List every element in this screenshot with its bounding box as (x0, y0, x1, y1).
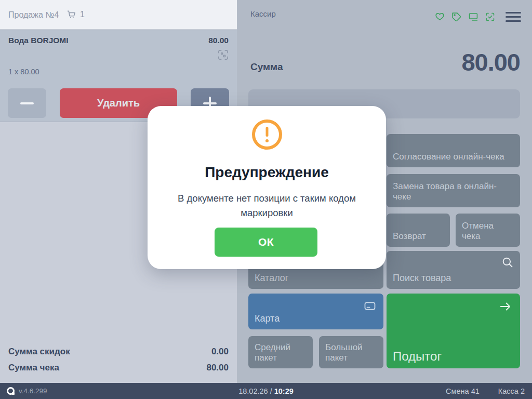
price-tag-icon[interactable] (451, 11, 462, 22)
sale-title: Продажа №4 (8, 10, 59, 20)
datetime-separator: / (270, 387, 272, 395)
date: 18.02.26 (238, 387, 268, 395)
dialog-title: Предупреждение (148, 164, 386, 181)
discount-total-label: Сумма скидок (8, 347, 70, 357)
marking-code-icon (217, 49, 229, 61)
card-payment-button[interactable]: Карта (248, 294, 383, 329)
favorites-heart-icon[interactable] (434, 11, 445, 22)
replace-online-check-button[interactable]: Замена товара в онлайн-чеке (387, 174, 520, 207)
time: 10:29 (274, 387, 294, 395)
subtotal-button[interactable]: Подытог (387, 294, 520, 368)
register-label[interactable]: Касса 2 (498, 387, 525, 395)
minus-icon (20, 102, 34, 104)
arrow-right-icon (498, 300, 513, 313)
agree-online-check-button[interactable]: Согласование онлайн-чека (387, 134, 520, 167)
toolbar-icons (434, 11, 521, 22)
warning-icon (252, 119, 282, 150)
discount-total-value: 0.00 (211, 347, 229, 357)
menu-icon[interactable] (506, 12, 521, 22)
medium-bag-button[interactable]: Средний пакет (248, 336, 313, 368)
receipt-total-row: Сумма чека 80.00 (8, 363, 229, 373)
decrease-quantity-button[interactable] (8, 88, 46, 118)
cart-count: 1 (80, 10, 85, 19)
cart-counter: 1 (66, 9, 85, 20)
bank-card-icon (363, 300, 377, 312)
cancel-check-button[interactable]: Отмена чека (456, 214, 520, 247)
discount-total-row: Сумма скидок 0.00 (8, 347, 229, 357)
return-button[interactable]: Возврат (387, 214, 450, 247)
warning-dialog: Предупреждение В документе нет позиции с… (148, 106, 386, 269)
dialog-message: В документе нет позиции с таким кодом ма… (160, 191, 374, 220)
sum-label: Сумма (250, 61, 283, 73)
item-price: 80.00 (208, 36, 229, 45)
pos-app: Продажа №4 1 Вода BORJOMI 80.00 (0, 0, 532, 399)
receipt-header: Продажа №4 1 (0, 0, 237, 30)
status-bar: v.4.6.299 18.02.26 / 10:29 Смена 41 Касс… (0, 383, 532, 399)
sum-value: 80.00 (461, 48, 520, 76)
search-icon (501, 256, 514, 269)
big-bag-button[interactable]: Большой пакет (319, 336, 383, 368)
cart-icon (66, 9, 77, 20)
ok-button[interactable]: ОК (215, 228, 317, 257)
item-name: Вода BORJOMI (8, 36, 69, 45)
display-icon[interactable] (468, 11, 479, 22)
scan-check-icon[interactable] (485, 11, 496, 22)
receipt-total-label: Сумма чека (8, 363, 59, 373)
shift-label[interactable]: Смена 41 (446, 387, 480, 395)
receipt-total-value: 80.00 (206, 363, 229, 373)
cashier-label: Кассир (250, 9, 276, 18)
item-quantity-line: 1 x 80.00 (8, 68, 39, 76)
search-product-button[interactable]: Поиск товара (387, 251, 520, 289)
